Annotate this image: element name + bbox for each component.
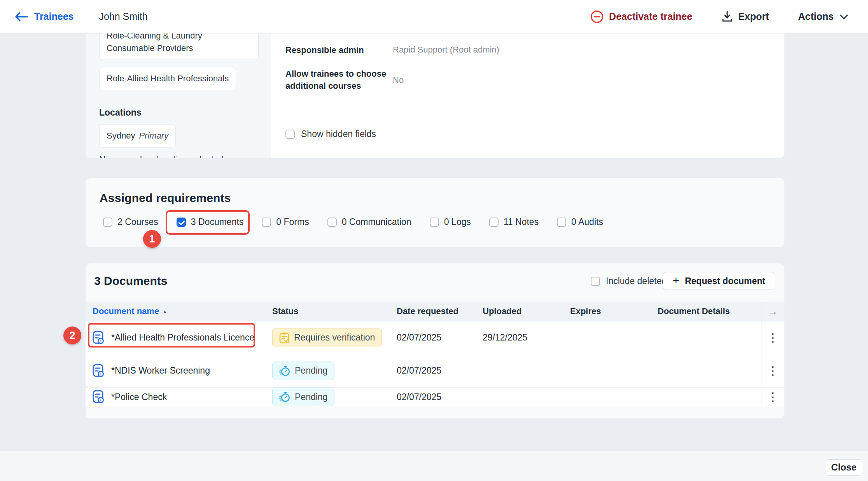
include-deleted-label: Include deleted [606,276,667,286]
document-lock-icon [93,331,104,345]
back-link-label: Trainees [34,11,74,22]
document-link[interactable]: *Allied Health Professionals Licence [93,331,254,345]
page-title: John Smith [99,11,147,22]
show-hidden-fields-checkbox[interactable] [285,130,295,139]
filter-courses: 2 Courses [103,217,158,227]
back-to-trainees-link[interactable]: Trainees [15,11,74,22]
chevron-down-icon [839,14,849,20]
role-chip: Role-Allied Health Professionals [99,67,236,90]
document-lock-icon [93,390,104,404]
filter-communication: 0 Communication [327,217,411,227]
trainee-details-panel: Responsible admin Rapid Support (Root ad… [271,33,784,158]
primary-tag: Primary [139,131,168,140]
filter-audits: 0 Audits [557,217,603,227]
field-label-additional-courses: Allow trainees to choose additional cour… [285,68,393,92]
status-badge: Requires verification [272,328,382,347]
table-row: *Allied Health Professionals Licence Req… [86,321,784,354]
roles-locations-panel: Role-Cleaning & Laundry Consumable Provi… [86,33,271,158]
column-uploaded: Uploaded [483,306,570,316]
column-document-name[interactable]: Document name ▲ [86,306,267,316]
column-status: Status [267,306,397,316]
role-chip: Role-Cleaning & Laundry Consumable Provi… [99,33,259,60]
stopwatch-icon [279,365,290,376]
date-requested-cell: 02/07/2025 [397,365,483,376]
annotation-badge-1: 1 [143,230,161,248]
request-document-button[interactable]: + Request document [663,272,775,290]
assigned-requirements-card: Assigned requirements 2 Courses 3 Docume… [86,178,784,247]
document-lock-icon [93,364,104,378]
document-link[interactable]: *NDIS Worker Screening [93,364,210,378]
filter-documents: 3 Documents 1 [177,217,244,227]
close-button[interactable]: Close [826,459,862,476]
filter-forms: 0 Forms [262,217,309,227]
include-deleted-checkbox[interactable] [591,277,600,286]
section-divider [285,117,771,117]
date-requested-cell: 02/07/2025 [397,392,483,402]
download-icon [721,11,733,23]
notes-checkbox[interactable] [489,218,499,227]
annotation-badge-2: 2 [63,327,81,344]
status-badge: Pending [272,362,334,380]
status-badge: Pending [272,388,334,406]
assigned-requirements-title: Assigned requirements [86,178,784,205]
table-row: *NDIS Worker Screening Pending 02/07/202… [86,354,784,387]
topbar-divider [86,8,86,25]
sort-asc-icon: ▲ [162,309,167,314]
communication-checkbox[interactable] [327,218,337,227]
locations-label: Locations [99,107,271,118]
field-label-responsible-admin: Responsible admin [285,44,393,56]
field-value-additional-courses: No [393,75,404,85]
scroll-right-arrow-icon[interactable]: → [761,302,784,321]
forms-checkbox[interactable] [262,218,271,227]
documents-title: 3 Documents [94,274,167,288]
clipboard-check-icon [279,332,289,344]
field-value-responsible-admin: Rapid Support (Root admin) [393,44,499,55]
audits-checkbox[interactable] [557,218,566,227]
top-bar: Trainees John Smith Deactivate trainee E… [0,0,868,33]
logs-checkbox[interactable] [430,218,439,227]
documents-checkbox[interactable] [177,218,186,227]
documents-card: 3 Documents Include deleted + Request do… [86,263,784,418]
export-label: Export [738,11,769,22]
uploaded-cell: 29/12/2025 [483,332,570,343]
filter-logs: 0 Logs [430,217,471,227]
courses-checkbox[interactable] [103,218,112,227]
column-expires: Expires [570,306,658,316]
plus-icon: + [672,274,679,287]
filter-notes: 11 Notes [489,217,539,227]
date-requested-cell: 02/07/2025 [397,332,483,343]
export-button[interactable]: Export [721,11,769,23]
kebab-menu-icon[interactable]: ⋮ [763,363,783,379]
documents-table-header: Document name ▲ Status Date requested Up… [86,302,784,321]
actions-label: Actions [798,11,834,22]
kebab-menu-icon[interactable]: ⋮ [763,389,783,405]
minus-circle-icon [590,10,604,23]
show-hidden-fields-label: Show hidden fields [301,129,376,139]
kebab-menu-icon[interactable]: ⋮ [763,330,783,346]
primary-location-chip: SydneyPrimary [99,124,176,147]
modal-footer: Close [0,451,868,481]
trainee-profile-card: Role-Cleaning & Laundry Consumable Provi… [86,33,784,158]
deactivate-trainee-label: Deactivate trainee [609,11,692,22]
back-arrow-icon [15,12,28,22]
no-secondary-location-text: No secondary location selected [99,154,271,158]
document-link[interactable]: *Police Check [93,390,167,404]
table-row: *Police Check Pending 02/07/2025 ⋮ [86,387,784,406]
actions-dropdown-button[interactable]: Actions [798,11,849,22]
column-document-details: Document Details [658,306,761,316]
stopwatch-icon [279,391,290,402]
deactivate-trainee-button[interactable]: Deactivate trainee [590,10,692,23]
column-date-requested: Date requested [397,306,483,316]
